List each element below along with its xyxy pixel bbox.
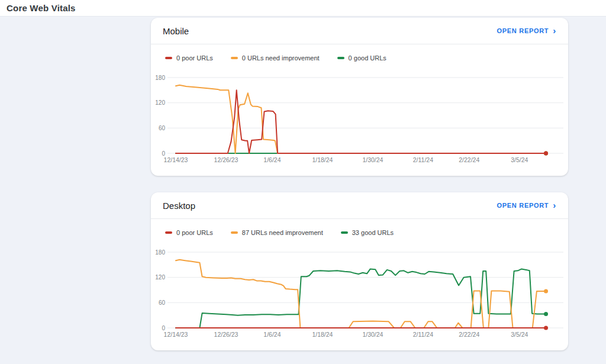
legend-item: 33 good URLs xyxy=(341,229,394,236)
y-tick-label: 180 xyxy=(155,249,165,256)
x-tick-label: 12/26/23 xyxy=(214,156,238,163)
x-tick-label: 1/6/24 xyxy=(263,331,281,338)
legend-item: 0 good URLs xyxy=(337,54,386,62)
y-tick-label: 60 xyxy=(159,125,166,131)
x-tick-label: 3/5/24 xyxy=(511,156,528,163)
series-line-needs_improvement xyxy=(176,260,546,328)
legend-label: 0 poor URLs xyxy=(176,229,213,236)
x-tick-label: 2/11/24 xyxy=(413,331,433,338)
cwv-desktop-card: Desktop OPEN REPORT › 0 poor URLs87 URLs… xyxy=(151,192,568,350)
series-end-dot-good xyxy=(544,312,548,316)
x-tick-label: 2/22/24 xyxy=(459,331,479,338)
x-tick-label: 12/26/23 xyxy=(214,331,238,338)
mobile-card-header: Mobile OPEN REPORT › xyxy=(151,18,568,44)
needs-improvement-legend-dash-icon xyxy=(231,57,238,59)
poor-legend-dash-icon xyxy=(165,231,172,234)
y-tick-label: 0 xyxy=(162,325,165,331)
core-web-vitals-content: Mobile OPEN REPORT › 0 poor URLs0 URLs n… xyxy=(151,18,568,350)
x-tick-label: 12/14/23 xyxy=(164,331,188,338)
desktop-card-header: Desktop OPEN REPORT › xyxy=(151,192,568,219)
legend-label: 87 URLs need improvement xyxy=(242,229,323,236)
cwv-mobile-card: Mobile OPEN REPORT › 0 poor URLs0 URLs n… xyxy=(151,18,568,176)
legend-desktop: 0 poor URLs87 URLs need improvement33 go… xyxy=(151,219,568,246)
legend-label: 0 poor URLs xyxy=(176,54,213,62)
legend-label: 33 good URLs xyxy=(352,229,394,236)
chevron-right-icon: › xyxy=(553,202,556,208)
x-tick-label: 1/6/24 xyxy=(263,156,281,163)
x-tick-label: 1/18/24 xyxy=(312,331,333,338)
legend-item: 0 poor URLs xyxy=(165,229,213,236)
open-report-link-mobile[interactable]: OPEN REPORT › xyxy=(497,27,556,34)
x-tick-label: 1/18/24 xyxy=(312,156,333,163)
legend-label: 0 good URLs xyxy=(349,54,386,62)
y-tick-label: 120 xyxy=(155,99,165,106)
card-title-mobile: Mobile xyxy=(163,26,189,36)
good-legend-dash-icon xyxy=(341,231,348,234)
x-tick-label: 12/14/23 xyxy=(164,156,188,163)
chevron-right-icon: › xyxy=(553,28,556,34)
x-tick-label: 1/30/24 xyxy=(362,331,383,338)
legend-label: 0 URLs need improvement xyxy=(242,54,320,62)
x-tick-label: 2/22/24 xyxy=(459,156,479,163)
series-line-poor xyxy=(176,90,546,153)
series-end-dot-poor xyxy=(544,152,548,156)
open-report-label: OPEN REPORT xyxy=(497,202,549,209)
open-report-label: OPEN REPORT xyxy=(497,27,549,34)
series-end-dot-needs_improvement xyxy=(544,289,548,294)
card-title-desktop: Desktop xyxy=(163,201,195,211)
series-end-dot-poor xyxy=(544,326,548,330)
topbar: Core Web Vitals xyxy=(0,0,606,17)
page-title: Core Web Vitals xyxy=(7,3,76,13)
needs-improvement-legend-dash-icon xyxy=(231,231,238,234)
x-tick-label: 2/11/24 xyxy=(413,156,433,163)
good-legend-dash-icon xyxy=(337,57,344,59)
legend-item: 0 poor URLs xyxy=(165,54,213,62)
y-tick-label: 0 xyxy=(162,150,165,157)
chart-mobile[interactable]: 06012018012/14/2312/26/231/6/241/18/241/… xyxy=(151,71,568,176)
y-tick-label: 120 xyxy=(155,274,165,281)
open-report-link-desktop[interactable]: OPEN REPORT › xyxy=(497,202,556,209)
legend-item: 0 URLs need improvement xyxy=(231,54,320,62)
series-line-needs_improvement xyxy=(176,85,546,153)
chart-svg-mobile: 06012018012/14/2312/26/231/6/241/18/241/… xyxy=(151,71,568,167)
x-tick-label: 1/30/24 xyxy=(362,156,383,163)
legend-mobile: 0 poor URLs0 URLs need improvement0 good… xyxy=(151,44,568,71)
legend-item: 87 URLs need improvement xyxy=(231,229,323,236)
y-tick-label: 60 xyxy=(159,299,166,306)
poor-legend-dash-icon xyxy=(165,57,172,59)
y-tick-label: 180 xyxy=(155,75,165,81)
chart-svg-desktop: 06012018012/14/2312/26/231/6/241/18/241/… xyxy=(151,246,568,342)
x-tick-label: 3/5/24 xyxy=(511,331,528,338)
chart-desktop[interactable]: 06012018012/14/2312/26/231/6/241/18/241/… xyxy=(151,246,568,350)
